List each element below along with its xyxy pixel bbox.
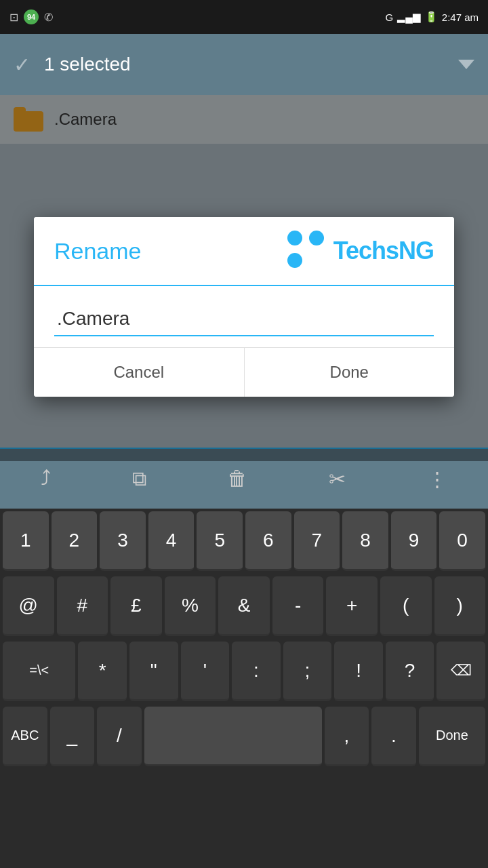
- techsng-logo: TechsNG: [287, 231, 434, 271]
- cancel-button[interactable]: Cancel: [34, 348, 245, 397]
- keyboard-row-bottom: ABC _ / , . Done: [0, 704, 488, 769]
- key-ampersand[interactable]: &: [218, 576, 270, 636]
- key-1[interactable]: 1: [3, 511, 49, 571]
- key-3[interactable]: 3: [100, 511, 146, 571]
- dialog-actions: Cancel Done: [34, 347, 454, 397]
- cut-icon[interactable]: ✂: [329, 467, 346, 491]
- done-button[interactable]: Done: [245, 348, 455, 397]
- file-list: .Camera Rename TechsNG Cancel Done: [0, 95, 488, 461]
- key-star[interactable]: *: [78, 642, 127, 701]
- copy-icon[interactable]: ⧉: [132, 467, 146, 491]
- dialog-body: [34, 286, 454, 347]
- key-at[interactable]: @: [3, 576, 54, 636]
- dropdown-arrow-icon[interactable]: [458, 60, 474, 69]
- key-percent[interactable]: %: [165, 576, 216, 636]
- dialog-header: Rename TechsNG: [34, 217, 454, 286]
- action-bar: ✓ 1 selected: [0, 34, 488, 95]
- status-bar: ⊡ 94 ✆ G ▂▄▆ 🔋 2:47 am: [0, 0, 488, 34]
- status-bar-left: ⊡ 94 ✆: [9, 9, 53, 24]
- key-question[interactable]: ?: [386, 642, 434, 701]
- key-plus[interactable]: +: [326, 576, 378, 636]
- key-quote[interactable]: ': [181, 642, 230, 701]
- delete-icon[interactable]: 🗑: [227, 467, 247, 490]
- keyboard: 1 2 3 4 5 6 7 8 9 0 @ # £ % & - + ( ) =\…: [0, 509, 488, 868]
- key-space[interactable]: [144, 707, 322, 766]
- time-display: 2:47 am: [442, 12, 479, 23]
- key-2[interactable]: 2: [52, 511, 98, 571]
- rename-dialog: Rename TechsNG Cancel Done: [34, 217, 454, 397]
- network-type: G: [385, 12, 393, 23]
- key-backspace[interactable]: ⌫: [436, 642, 485, 701]
- key-lparen[interactable]: (: [380, 576, 432, 636]
- selection-count: 1 selected: [44, 54, 445, 75]
- key-comma[interactable]: ,: [325, 707, 369, 766]
- rename-input[interactable]: [54, 302, 434, 336]
- checkmark-icon: ✓: [14, 53, 30, 77]
- key-abc[interactable]: ABC: [3, 707, 47, 766]
- key-dquote[interactable]: ": [129, 642, 178, 701]
- rename-input-wrapper: [54, 302, 434, 336]
- dialog-title: Rename: [54, 238, 142, 264]
- key-rparen[interactable]: ): [434, 576, 486, 636]
- status-bar-right: G ▂▄▆ 🔋 2:47 am: [385, 11, 479, 23]
- sim-icon: ⊡: [9, 11, 18, 24]
- battery-badge: 94: [24, 9, 39, 24]
- signal-icon: ▂▄▆: [397, 11, 421, 23]
- key-5[interactable]: 5: [197, 511, 243, 571]
- key-underscore[interactable]: _: [50, 707, 95, 766]
- key-0[interactable]: 0: [439, 511, 485, 571]
- key-pound[interactable]: £: [110, 576, 162, 636]
- keyboard-row-numbers: 1 2 3 4 5 6 7 8 9 0: [0, 509, 488, 574]
- key-9[interactable]: 9: [391, 511, 437, 571]
- battery-icon: 🔋: [425, 11, 438, 23]
- more-options-icon[interactable]: ⋮: [427, 467, 447, 491]
- key-period[interactable]: .: [371, 707, 416, 766]
- key-6[interactable]: 6: [245, 511, 291, 571]
- key-slash[interactable]: /: [97, 707, 142, 766]
- key-semicolon[interactable]: ;: [283, 642, 332, 701]
- call-icon: ✆: [44, 11, 53, 24]
- key-exclaim[interactable]: !: [334, 642, 383, 701]
- key-4[interactable]: 4: [148, 511, 195, 571]
- key-minus[interactable]: -: [272, 576, 324, 636]
- key-hash[interactable]: #: [57, 576, 108, 636]
- keyboard-row-symbols: @ # £ % & - + ( ): [0, 574, 488, 639]
- key-7[interactable]: 7: [294, 511, 340, 571]
- key-equals-backslash[interactable]: =\<: [3, 642, 75, 701]
- logo-text: TechsNG: [333, 237, 434, 265]
- keyboard-row-more-symbols: =\< * " ' : ; ! ? ⌫: [0, 639, 488, 704]
- key-colon[interactable]: :: [232, 642, 281, 701]
- key-8[interactable]: 8: [342, 511, 388, 571]
- share-icon[interactable]: ⤴: [41, 467, 51, 490]
- logo-circles-icon: [287, 231, 328, 271]
- key-done[interactable]: Done: [419, 707, 485, 766]
